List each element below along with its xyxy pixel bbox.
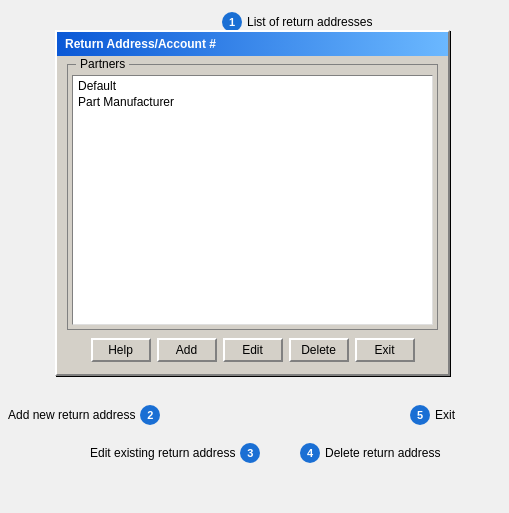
edit-button[interactable]: Edit xyxy=(223,338,283,362)
help-button[interactable]: Help xyxy=(91,338,151,362)
callout-1-label: List of return addresses xyxy=(247,15,372,29)
callout-badge-5: 5 xyxy=(410,405,430,425)
partners-legend: Partners xyxy=(76,57,129,71)
add-button[interactable]: Add xyxy=(157,338,217,362)
callout-5-label: Exit xyxy=(435,408,455,422)
callout-1: 1 List of return addresses xyxy=(222,12,372,32)
callout-2: Add new return address 2 xyxy=(8,405,160,425)
list-item[interactable]: Part Manufacturer xyxy=(75,94,430,110)
partners-group: Partners Default Part Manufacturer xyxy=(67,64,438,330)
exit-button[interactable]: Exit xyxy=(355,338,415,362)
callout-3-label: Edit existing return address xyxy=(90,446,235,460)
main-window: Return Address/Account # Partners Defaul… xyxy=(55,30,450,376)
window-title: Return Address/Account # xyxy=(65,37,216,51)
callout-3: Edit existing return address 3 xyxy=(90,443,260,463)
callout-5: 5 Exit xyxy=(410,405,455,425)
buttons-row: Help Add Edit Delete Exit xyxy=(67,338,438,362)
list-item[interactable]: Default xyxy=(75,78,430,94)
delete-button[interactable]: Delete xyxy=(289,338,349,362)
callout-badge-2: 2 xyxy=(140,405,160,425)
callout-4: 4 Delete return address xyxy=(300,443,440,463)
callout-2-label: Add new return address xyxy=(8,408,135,422)
callout-badge-3: 3 xyxy=(240,443,260,463)
window-body: Partners Default Part Manufacturer Help … xyxy=(57,56,448,374)
callout-4-label: Delete return address xyxy=(325,446,440,460)
callout-badge-4: 4 xyxy=(300,443,320,463)
window-titlebar: Return Address/Account # xyxy=(57,32,448,56)
partners-listbox[interactable]: Default Part Manufacturer xyxy=(72,75,433,325)
callout-badge-1: 1 xyxy=(222,12,242,32)
